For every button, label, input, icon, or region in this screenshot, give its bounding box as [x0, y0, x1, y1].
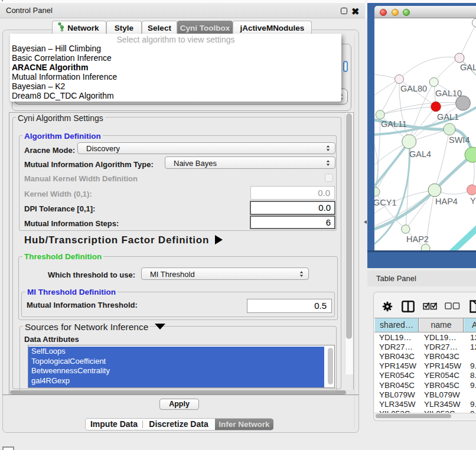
- svg-text:SWI4: SWI4: [449, 135, 470, 145]
- svg-text:Y: Y: [470, 196, 476, 206]
- svg-text:GAL10: GAL10: [435, 89, 462, 98]
- svg-text:GAL11: GAL11: [381, 119, 407, 129]
- svg-text:GAL1: GAL1: [437, 112, 459, 122]
- svg-text:GCY1: GCY1: [374, 198, 397, 207]
- svg-text:GAL: GAL: [460, 63, 476, 72]
- svg-text:GAL4: GAL4: [409, 149, 431, 159]
- svg-text:HAP4: HAP4: [435, 197, 458, 206]
- svg-text:HAP2: HAP2: [406, 234, 429, 244]
- svg-text:GAL80: GAL80: [400, 84, 427, 93]
